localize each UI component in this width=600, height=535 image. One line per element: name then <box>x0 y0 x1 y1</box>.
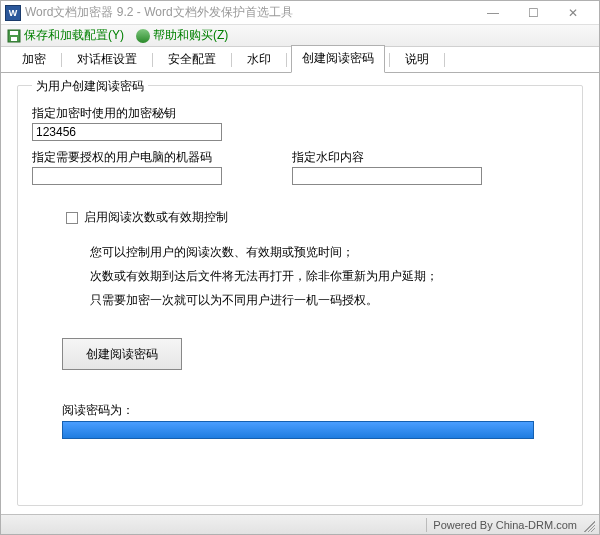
tab-separator <box>444 53 445 67</box>
window-title: Word文档加密器 9.2 - Word文档外发保护首选工具 <box>25 4 479 21</box>
key-field-row: 指定加密时使用的加密秘钥 <box>32 105 568 141</box>
info-line: 您可以控制用户的阅读次数、有效期或预览时间； <box>90 240 568 264</box>
maximize-button[interactable]: ☐ <box>519 6 547 20</box>
tab-content: 为用户创建阅读密码 指定加密时使用的加密秘钥 指定需要授权的用户电脑的机器码 指… <box>1 73 599 514</box>
two-col-row: 指定需要授权的用户电脑的机器码 指定水印内容 <box>32 149 568 185</box>
password-result-label: 阅读密码为： <box>62 402 568 419</box>
create-password-group: 为用户创建阅读密码 指定加密时使用的加密秘钥 指定需要授权的用户电脑的机器码 指… <box>17 85 583 506</box>
menu-save-config-label: 保存和加载配置(Y) <box>24 27 124 44</box>
enable-limit-label: 启用阅读次数或有效期控制 <box>84 209 228 226</box>
tab-separator <box>286 53 287 67</box>
enable-limit-checkbox[interactable] <box>66 212 78 224</box>
info-block: 您可以控制用户的阅读次数、有效期或预览时间； 次数或有效期到达后文件将无法再打开… <box>90 240 568 312</box>
tabstrip: 加密 对话框设置 安全配置 水印 创建阅读密码 说明 <box>1 47 599 73</box>
enable-limit-row: 启用阅读次数或有效期控制 <box>66 209 568 226</box>
machine-field: 指定需要授权的用户电脑的机器码 <box>32 149 222 185</box>
menubar: 保存和加载配置(Y) 帮助和购买(Z) <box>1 25 599 47</box>
status-powered-by: Powered By China-DRM.com <box>433 519 577 531</box>
machine-input[interactable] <box>32 167 222 185</box>
tab-separator <box>389 53 390 67</box>
info-line: 只需要加密一次就可以为不同用户进行一机一码授权。 <box>90 288 568 312</box>
statusbar: Powered By China-DRM.com <box>1 514 599 534</box>
watermark-input[interactable] <box>292 167 482 185</box>
tab-create-password[interactable]: 创建阅读密码 <box>291 45 385 73</box>
save-icon <box>7 29 21 43</box>
machine-label: 指定需要授权的用户电脑的机器码 <box>32 149 222 166</box>
window-controls: — ☐ ✕ <box>479 6 595 20</box>
status-separator <box>426 518 427 532</box>
tab-dialog-settings[interactable]: 对话框设置 <box>66 46 148 73</box>
resize-grip[interactable] <box>581 518 595 532</box>
password-result-bar[interactable] <box>62 421 534 439</box>
svg-rect-1 <box>10 31 18 35</box>
groupbox-title: 为用户创建阅读密码 <box>32 78 148 95</box>
create-password-button[interactable]: 创建阅读密码 <box>62 338 182 370</box>
info-line: 次数或有效期到达后文件将无法再打开，除非你重新为用户延期； <box>90 264 568 288</box>
app-icon: W <box>5 5 21 21</box>
menu-save-config[interactable]: 保存和加载配置(Y) <box>7 27 124 44</box>
tab-separator <box>231 53 232 67</box>
titlebar: W Word文档加密器 9.2 - Word文档外发保护首选工具 — ☐ ✕ <box>1 1 599 25</box>
password-result-section: 阅读密码为： <box>62 402 568 439</box>
menu-help-buy[interactable]: 帮助和购买(Z) <box>136 27 228 44</box>
minimize-button[interactable]: — <box>479 6 507 20</box>
key-label: 指定加密时使用的加密秘钥 <box>32 105 568 122</box>
tab-about[interactable]: 说明 <box>394 46 440 73</box>
svg-rect-2 <box>11 37 17 41</box>
tab-separator <box>61 53 62 67</box>
tab-security-config[interactable]: 安全配置 <box>157 46 227 73</box>
watermark-field: 指定水印内容 <box>292 149 482 185</box>
close-button[interactable]: ✕ <box>559 6 587 20</box>
watermark-label: 指定水印内容 <box>292 149 482 166</box>
tab-separator <box>152 53 153 67</box>
menu-help-buy-label: 帮助和购买(Z) <box>153 27 228 44</box>
help-icon <box>136 29 150 43</box>
key-input[interactable] <box>32 123 222 141</box>
tab-watermark[interactable]: 水印 <box>236 46 282 73</box>
tab-encrypt[interactable]: 加密 <box>11 46 57 73</box>
app-window: W Word文档加密器 9.2 - Word文档外发保护首选工具 — ☐ ✕ 保… <box>0 0 600 535</box>
